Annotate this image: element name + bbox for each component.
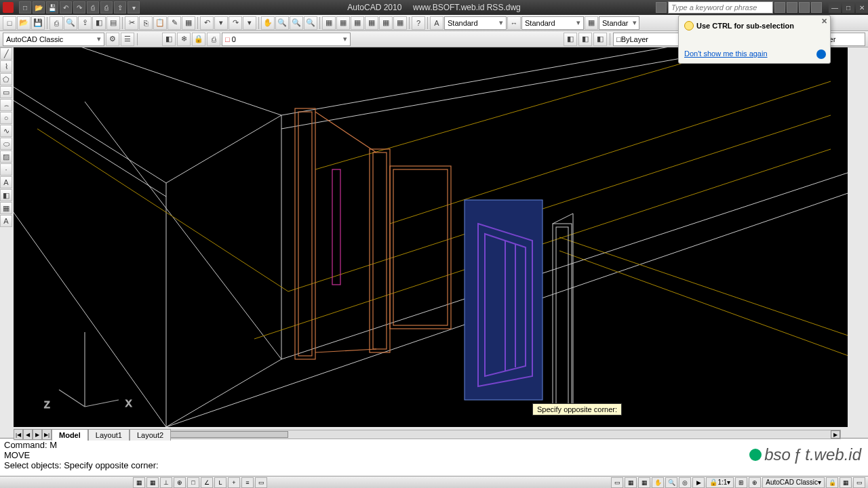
help-icon[interactable] (811, 2, 822, 13)
block-button[interactable]: ▦ (182, 16, 195, 30)
table-style-select[interactable]: Standar▾ (599, 16, 639, 30)
qview-drawings-icon[interactable]: ▦ (638, 477, 650, 488)
new-button[interactable]: □ (3, 16, 16, 30)
publish-button[interactable]: ⇪ (78, 16, 92, 30)
anno-auto-icon[interactable]: ⊕ (749, 477, 761, 488)
undo-icon[interactable]: ↶ (60, 1, 72, 14)
zoom-rt-button[interactable]: 🔍 (275, 16, 289, 30)
undo-button[interactable]: ↶ (200, 16, 214, 30)
3ddwf-button[interactable]: ◧ (92, 16, 106, 30)
steering-icon[interactable]: ◎ (679, 477, 691, 488)
preview-button[interactable]: 🔍 (64, 16, 77, 30)
toolbar-lock-icon[interactable]: 🔒 (826, 477, 838, 488)
horizontal-scrollbar[interactable]: ◀ ▶ (136, 430, 841, 439)
ortho-button[interactable]: ⊥ (160, 477, 172, 488)
workspace-settings-icon[interactable]: ⚙ (106, 33, 119, 46)
refresh-icon[interactable] (816, 49, 826, 59)
region-icon[interactable]: ◧ (0, 189, 12, 201)
dim-style-select[interactable]: Standard▾ (521, 16, 584, 30)
close-button[interactable]: ✕ (856, 2, 868, 13)
text-icon[interactable]: A (0, 176, 12, 188)
tab-model[interactable]: Model (52, 429, 88, 441)
pan-button[interactable]: ✋ (261, 16, 275, 30)
save-icon[interactable]: 💾 (46, 1, 58, 14)
cut-button[interactable]: ✂ (125, 16, 138, 30)
table-style-icon[interactable]: ▦ (585, 16, 598, 30)
point-icon[interactable]: · (0, 163, 12, 176)
anno-vis-icon[interactable]: ⊞ (735, 477, 747, 488)
copy-button[interactable]: ⎘ (139, 16, 153, 30)
rectangle-icon[interactable]: ▭ (0, 86, 12, 98)
search-input[interactable] (668, 1, 773, 14)
pline-icon[interactable]: ⌇ (0, 60, 12, 73)
open-icon[interactable]: 📂 (33, 1, 45, 14)
redo-button[interactable]: ↷ (229, 16, 242, 30)
help-button[interactable]: ? (412, 16, 425, 30)
text-style-icon[interactable]: A (430, 16, 443, 30)
zoom-win-button[interactable]: 🔍 (290, 16, 303, 30)
infocenter-icon[interactable] (656, 2, 667, 13)
scroll-right-icon[interactable]: ▶ (831, 430, 840, 439)
redo-dropdown[interactable]: ▾ (243, 16, 256, 30)
layer-props-icon[interactable]: ◧ (593, 33, 607, 46)
layer-plot-icon[interactable]: ⎙ (207, 33, 220, 46)
workspace-select[interactable]: AutoCAD Classic▾ (3, 33, 104, 46)
properties-button[interactable]: ▦ (322, 16, 336, 30)
tab-next-icon[interactable]: ▶ (33, 429, 42, 440)
hardware-accel-icon[interactable]: ▦ (840, 477, 852, 488)
qcalc-button[interactable]: ▦ (393, 16, 407, 30)
balloon-close-icon[interactable]: ✕ (821, 17, 827, 26)
tab-prev-icon[interactable]: ◀ (23, 429, 33, 440)
qview-layouts-icon[interactable]: ▦ (625, 477, 637, 488)
circle-icon[interactable]: ○ (0, 112, 12, 124)
favorites-icon[interactable] (799, 2, 810, 13)
scroll-thumb[interactable] (166, 431, 288, 438)
lwt-button[interactable]: ≡ (241, 477, 254, 488)
zoom-icon[interactable]: 🔍 (665, 477, 677, 488)
tab-last-icon[interactable]: ▶| (42, 429, 52, 440)
mtext-icon[interactable]: A (0, 215, 12, 227)
layer-prev-icon[interactable]: ◧ (564, 33, 577, 46)
plot-icon[interactable]: ⎙ (87, 1, 99, 14)
save-button[interactable]: 💾 (31, 16, 45, 30)
layer-lock-icon[interactable]: 🔒 (192, 33, 205, 46)
tab-layout2[interactable]: Layout2 (130, 429, 171, 441)
right-scroll-area[interactable] (848, 47, 868, 427)
my-workspace-icon[interactable]: ☰ (121, 33, 134, 46)
line-icon[interactable]: ╱ (0, 47, 12, 60)
spline-icon[interactable]: ∿ (0, 125, 12, 137)
layer-states-icon[interactable]: ◧ (578, 33, 592, 46)
pan-icon[interactable]: ✋ (652, 477, 664, 488)
plot-button[interactable]: ⎙ (50, 16, 63, 30)
paste-button[interactable]: 📋 (153, 16, 167, 30)
print-icon[interactable]: ⎙ (100, 1, 113, 14)
tab-first-icon[interactable]: |◀ (14, 429, 23, 440)
dim-style-icon[interactable]: ↔ (507, 16, 521, 30)
publish-icon[interactable]: ⇪ (114, 1, 126, 14)
layer-freeze-icon[interactable]: ❄ (177, 33, 191, 46)
open-button[interactable]: 📂 (17, 16, 31, 30)
zoom-prev-button[interactable]: 🔍 (304, 16, 317, 30)
polygon-icon[interactable]: ⬠ (0, 73, 12, 85)
dyn-button[interactable]: + (228, 477, 240, 488)
grid-button[interactable]: ▦ (146, 477, 159, 488)
qp-button[interactable]: ▭ (255, 477, 267, 488)
arc-icon[interactable]: ⌢ (0, 99, 12, 111)
command-line[interactable]: Command: M MOVE Select objects: Specify … (0, 438, 868, 476)
maximize-button[interactable]: □ (842, 2, 854, 13)
qat-dropdown-icon[interactable]: ▾ (127, 1, 140, 14)
osnap-button[interactable]: □ (187, 477, 199, 488)
clean-screen-icon[interactable]: ▭ (853, 477, 865, 488)
ssm-button[interactable]: ▦ (365, 16, 378, 30)
model-viewport[interactable]: X Z Specify opposite corner: (14, 47, 848, 427)
workspace-status[interactable]: AutoCAD Classic ▾ (762, 477, 825, 488)
table-icon[interactable]: ▦ (0, 202, 12, 214)
balloon-dismiss-link[interactable]: Don't show me this again (684, 49, 825, 58)
otrack-button[interactable]: ∠ (201, 477, 213, 488)
search-icon[interactable] (774, 2, 785, 13)
comm-center-icon[interactable] (787, 2, 797, 13)
sheet-button[interactable]: ▤ (106, 16, 120, 30)
redo-icon[interactable]: ↷ (73, 1, 85, 14)
showmotion-icon[interactable]: ▶ (692, 477, 705, 488)
polar-button[interactable]: ⊕ (174, 477, 186, 488)
